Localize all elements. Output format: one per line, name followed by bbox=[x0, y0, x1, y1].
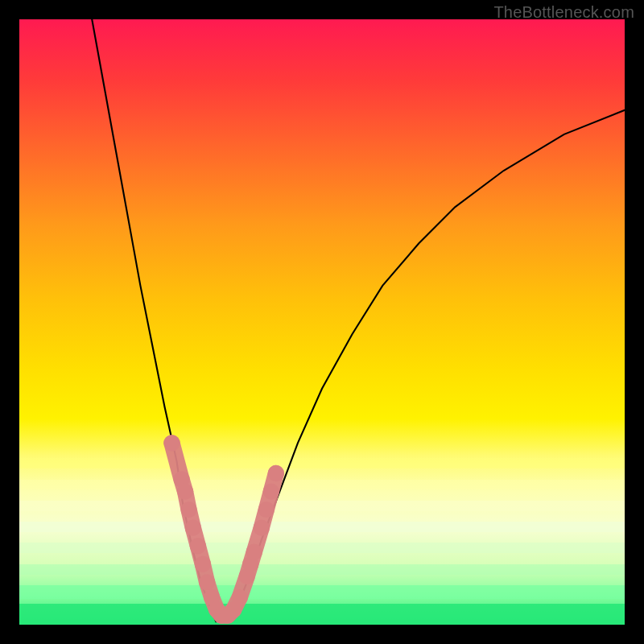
svg-point-5 bbox=[190, 538, 206, 554]
curve-right bbox=[225, 110, 625, 621]
svg-point-2 bbox=[177, 483, 193, 499]
marker-overlay bbox=[163, 435, 284, 624]
svg-point-0 bbox=[163, 435, 180, 451]
svg-point-6 bbox=[195, 556, 211, 572]
chart-frame: TheBottleneck.com bbox=[0, 0, 644, 644]
curve-layer bbox=[19, 19, 625, 625]
svg-point-7 bbox=[199, 574, 215, 590]
svg-point-20 bbox=[268, 465, 284, 481]
svg-point-19 bbox=[263, 483, 279, 499]
svg-point-18 bbox=[258, 502, 275, 518]
svg-point-13 bbox=[232, 589, 248, 605]
plot-area bbox=[19, 19, 625, 625]
svg-point-4 bbox=[185, 520, 201, 536]
svg-point-17 bbox=[254, 520, 270, 536]
watermark-text: TheBottleneck.com bbox=[493, 3, 634, 22]
svg-point-16 bbox=[246, 544, 262, 560]
svg-point-3 bbox=[180, 502, 196, 518]
